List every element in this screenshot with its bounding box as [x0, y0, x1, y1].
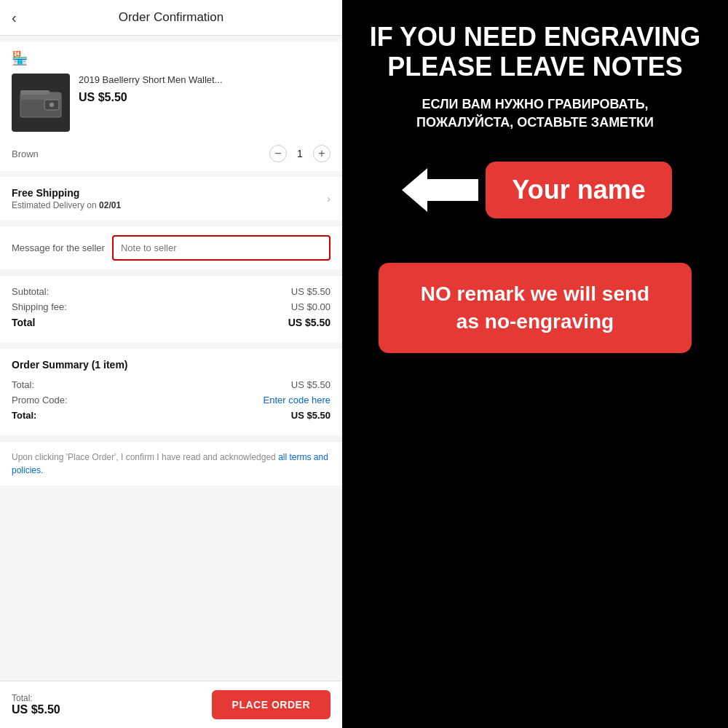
message-section: Message for the seller: [0, 226, 342, 269]
footer-total: Total: US $5.50: [12, 693, 60, 716]
summary-total-label: Total:: [12, 379, 34, 390]
quantity-increase-button[interactable]: +: [313, 145, 331, 162]
order-summary-section: Order Summary (1 item) Total: US $5.50 P…: [0, 349, 342, 435]
summary-final-label: Total:: [12, 410, 36, 421]
product-info: 2019 Baellerry Short Men Wallet... US $5…: [79, 74, 331, 104]
summary-total-row: Total: US $5.50: [12, 379, 331, 390]
order-summary-title: Order Summary (1 item): [12, 359, 331, 371]
variant-label: Brown: [12, 149, 39, 159]
store-icon: 🏪: [12, 50, 331, 66]
shipping-fee-value: US $0.00: [291, 301, 331, 312]
shipping-estimate: Estimated Delivery on 02/01: [12, 200, 121, 210]
product-image: [12, 74, 70, 132]
quantity-controls: − 1 +: [269, 145, 331, 162]
product-section: 🏪 2019 Baellerry Short Men Wallet... US …: [0, 41, 342, 171]
pricing-section: Subtotal: US $5.50 Shipping fee: US $0.0…: [0, 275, 342, 343]
place-order-button[interactable]: PLACE ORDER: [212, 690, 331, 719]
shipping-info: Free Shipping Estimated Delivery on 02/0…: [12, 187, 121, 210]
promo-code-link[interactable]: Enter code here: [263, 395, 331, 405]
back-button[interactable]: ‹: [12, 9, 17, 26]
footer-total-label: Total:: [12, 693, 60, 703]
product-price: US $5.50: [79, 91, 331, 104]
summary-total-value: US $5.50: [291, 379, 331, 390]
summary-final-value: US $5.50: [291, 410, 331, 421]
footer-bar: Total: US $5.50 PLACE ORDER: [0, 681, 342, 728]
no-remark-text: NO remark we will sendas no-engraving: [421, 282, 649, 333]
shipping-fee-row: Shipping fee: US $0.00: [12, 301, 331, 312]
page-title: Order Confirmation: [119, 10, 224, 25]
summary-final-row: Total: US $5.50: [12, 410, 331, 421]
order-header: ‹ Order Confirmation: [0, 0, 342, 36]
total-value: US $5.50: [288, 317, 331, 328]
quantity-value: 1: [294, 148, 306, 159]
your-name-badge: Your name: [486, 162, 671, 218]
product-row: 2019 Baellerry Short Men Wallet... US $5…: [12, 74, 331, 132]
no-remark-badge: NO remark we will sendas no-engraving: [379, 263, 692, 353]
note-to-seller-input[interactable]: [112, 235, 331, 261]
engraving-title: IF YOU NEED ENGRAVINGPLEASE LEAVE NOTES: [370, 22, 701, 82]
shipping-title: Free Shipping: [12, 187, 121, 199]
right-panel: IF YOU NEED ENGRAVINGPLEASE LEAVE NOTES …: [342, 0, 728, 728]
product-variant-row: Brown − 1 +: [12, 139, 331, 162]
subtotal-row: Subtotal: US $5.50: [12, 286, 331, 297]
message-label: Message for the seller: [12, 242, 105, 253]
shipping-chevron-icon: ›: [327, 193, 331, 205]
subtotal-value: US $5.50: [291, 286, 331, 297]
svg-point-3: [50, 103, 54, 107]
wallet-icon: [19, 87, 63, 119]
product-name: 2019 Baellerry Short Men Wallet...: [79, 74, 331, 87]
quantity-decrease-button[interactable]: −: [269, 145, 287, 162]
arrow-name-row: Your name: [398, 161, 671, 219]
total-row: Total US $5.50: [12, 317, 331, 328]
promo-label: Promo Code:: [12, 395, 68, 405]
footer-total-amount: US $5.50: [12, 703, 60, 716]
your-name-text: Your name: [512, 175, 645, 205]
terms-section: Upon clicking 'Place Order', I confirm I…: [0, 441, 342, 486]
shipping-section[interactable]: Free Shipping Estimated Delivery on 02/0…: [0, 177, 342, 221]
svg-marker-5: [402, 168, 478, 212]
russian-text: ЕСЛИ ВАМ НУЖНО ГРАВИРОВАТЬ,ПОЖАЛУЙСТА, О…: [416, 95, 654, 132]
arrow-left-icon: [398, 161, 486, 219]
promo-row: Promo Code: Enter code here: [12, 395, 331, 405]
left-panel: ‹ Order Confirmation 🏪 2019 Baellerry Sh…: [0, 0, 342, 728]
shipping-fee-label: Shipping fee:: [12, 301, 67, 312]
total-label: Total: [12, 317, 35, 328]
subtotal-label: Subtotal:: [12, 286, 49, 297]
svg-rect-4: [20, 90, 50, 95]
terms-text: Upon clicking 'Place Order', I confirm I…: [12, 451, 331, 477]
